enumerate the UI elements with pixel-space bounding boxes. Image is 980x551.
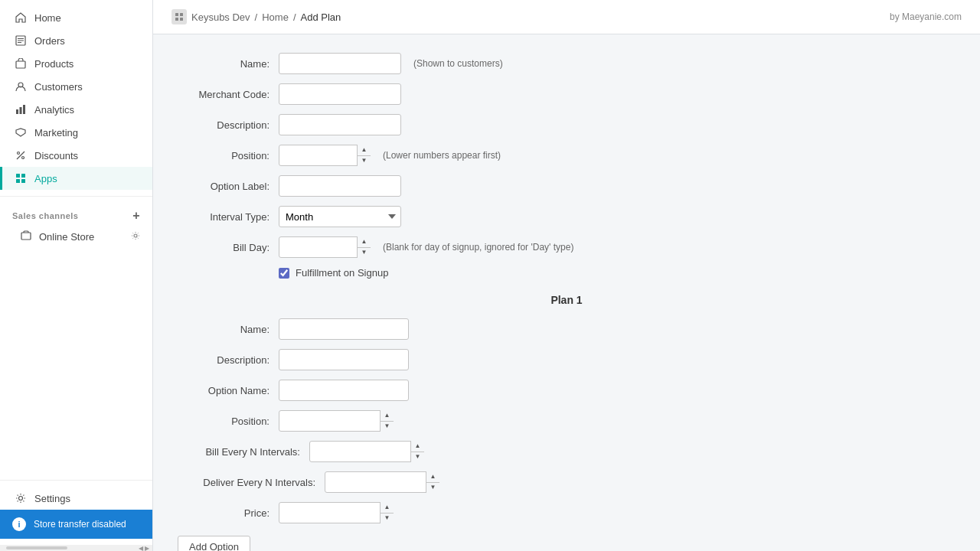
sidebar-item-home[interactable]: Home bbox=[0, 6, 152, 29]
sidebar-bottom: Settings i Store transfer disabled bbox=[0, 480, 152, 545]
deliver-every-input[interactable] bbox=[325, 471, 439, 493]
plan-option-name-label: Option Name: bbox=[178, 385, 270, 396]
sidebar-item-customers-label: Customers bbox=[34, 81, 83, 93]
sidebar-item-settings[interactable]: Settings bbox=[0, 487, 152, 510]
position-spinners: ▲ ▼ bbox=[357, 145, 371, 166]
plan-position-input[interactable] bbox=[279, 410, 394, 432]
sidebar-divider bbox=[0, 196, 152, 197]
breadcrumb: Keysubs Dev / Home / Add Plan bbox=[172, 9, 341, 24]
sales-channels-section: Sales channels + bbox=[0, 203, 152, 226]
bill-every-up-btn[interactable]: ▲ bbox=[411, 441, 424, 452]
name-hint: (Shown to customers) bbox=[413, 58, 503, 69]
online-store-settings-icon[interactable] bbox=[131, 231, 140, 243]
settings-label: Settings bbox=[34, 493, 70, 504]
position-down-btn[interactable]: ▼ bbox=[358, 156, 371, 167]
price-spinners: ▲ ▼ bbox=[380, 502, 394, 523]
topbar: Keysubs Dev / Home / Add Plan by Maeyani… bbox=[153, 0, 980, 34]
merchant-code-input[interactable] bbox=[279, 83, 401, 105]
sidebar-item-analytics-label: Analytics bbox=[34, 104, 74, 116]
online-store-icon bbox=[21, 230, 31, 243]
sidebar-scrollbar[interactable]: ◀ ▶ bbox=[0, 545, 152, 551]
bill-day-up-btn[interactable]: ▲ bbox=[358, 236, 371, 248]
bill-day-hint: (Blank for day of signup, ignored for 'D… bbox=[383, 242, 573, 253]
plan-position-row: Position: ▲ ▼ bbox=[178, 410, 956, 432]
orders-icon bbox=[15, 34, 27, 47]
buttons-row: Add Option bbox=[178, 536, 956, 551]
plan-option-name-input[interactable] bbox=[279, 380, 409, 401]
sidebar-item-marketing[interactable]: Marketing bbox=[0, 121, 152, 144]
sidebar-item-customers[interactable]: Customers bbox=[0, 75, 152, 98]
svg-rect-15 bbox=[21, 179, 25, 183]
fulfillment-checkbox[interactable] bbox=[279, 268, 289, 279]
option-label-input[interactable] bbox=[279, 175, 401, 197]
bill-every-row: Bill Every N Intervals: ▲ ▼ bbox=[178, 441, 956, 462]
bill-every-input[interactable] bbox=[309, 441, 424, 462]
position-row: Position: ▲ ▼ (Lower numbers appear firs… bbox=[178, 145, 956, 166]
breadcrumb-home[interactable]: Home bbox=[262, 11, 289, 23]
bill-every-label: Bill Every N Intervals: bbox=[178, 446, 300, 458]
plan-title: Plan 1 bbox=[178, 294, 956, 306]
option-label-label: Option Label: bbox=[178, 181, 270, 192]
content-area: Name: (Shown to customers) Merchant Code… bbox=[153, 34, 980, 551]
svg-rect-16 bbox=[21, 233, 31, 240]
sidebar-nav: Home Orders Products Customers Analytics bbox=[0, 0, 152, 480]
app-icon bbox=[172, 9, 187, 24]
sidebar-item-online-store[interactable]: Online Store bbox=[0, 226, 152, 248]
plan-section: Plan 1 Name: Description: Option Name: bbox=[178, 294, 956, 523]
breadcrumb-app-name[interactable]: Keysubs Dev bbox=[191, 11, 250, 23]
plan-position-down-btn[interactable]: ▼ bbox=[381, 422, 394, 432]
deliver-every-up-btn[interactable]: ▲ bbox=[426, 471, 439, 483]
sidebar-item-analytics[interactable]: Analytics bbox=[0, 98, 152, 121]
add-sales-channel-icon[interactable]: + bbox=[132, 209, 140, 223]
plan-name-label: Name: bbox=[178, 324, 270, 335]
interval-type-select[interactable]: Day Week Month Year bbox=[279, 206, 401, 227]
price-down-btn[interactable]: ▼ bbox=[381, 514, 394, 524]
price-spinner: ▲ ▼ bbox=[279, 502, 394, 523]
plan-position-label: Position: bbox=[178, 416, 270, 427]
position-hint: (Lower numbers appear first) bbox=[383, 150, 501, 161]
name-label: Name: bbox=[178, 58, 270, 70]
sidebar-item-orders[interactable]: Orders bbox=[0, 29, 152, 52]
bill-every-spinner: ▲ ▼ bbox=[309, 441, 424, 462]
deliver-every-label: Deliver Every N Intervals: bbox=[178, 477, 315, 488]
settings-icon bbox=[15, 492, 27, 504]
plan-position-up-btn[interactable]: ▲ bbox=[381, 410, 394, 422]
plan-name-input[interactable] bbox=[279, 318, 409, 340]
add-option-button[interactable]: Add Option bbox=[178, 536, 250, 551]
deliver-every-down-btn[interactable]: ▼ bbox=[426, 483, 439, 494]
svg-point-10 bbox=[22, 157, 24, 159]
svg-point-9 bbox=[18, 152, 20, 155]
interval-type-label: Interval Type: bbox=[178, 211, 270, 223]
plan-option-name-row: Option Name: bbox=[178, 380, 956, 401]
svg-point-18 bbox=[19, 497, 23, 500]
discounts-icon bbox=[15, 149, 27, 161]
sidebar-item-online-store-label: Online Store bbox=[39, 231, 94, 243]
price-label: Price: bbox=[178, 507, 270, 519]
bill-day-down-btn[interactable]: ▼ bbox=[358, 248, 371, 259]
price-up-btn[interactable]: ▲ bbox=[381, 502, 394, 514]
plan-position-spinners: ▲ ▼ bbox=[380, 410, 394, 432]
position-up-btn[interactable]: ▲ bbox=[358, 145, 371, 156]
breadcrumb-current: Add Plan bbox=[301, 11, 341, 23]
home-icon bbox=[15, 11, 27, 24]
sidebar-item-apps-label: Apps bbox=[34, 173, 57, 184]
marketing-icon bbox=[15, 126, 27, 139]
sidebar-item-apps[interactable]: Apps bbox=[0, 167, 152, 190]
sidebar-item-discounts[interactable]: Discounts bbox=[0, 144, 152, 167]
plan-description-input[interactable] bbox=[279, 349, 409, 370]
interval-type-row: Interval Type: Day Week Month Year bbox=[178, 206, 956, 227]
bill-every-down-btn[interactable]: ▼ bbox=[411, 452, 424, 463]
price-input[interactable] bbox=[279, 502, 394, 523]
position-label: Position: bbox=[178, 150, 270, 161]
header-right-text: by Maeyanie.com bbox=[890, 11, 962, 22]
sidebar-item-products[interactable]: Products bbox=[0, 52, 152, 75]
description-input[interactable] bbox=[279, 114, 401, 135]
main-form: Name: (Shown to customers) Merchant Code… bbox=[178, 53, 956, 551]
sidebar-item-discounts-label: Discounts bbox=[34, 150, 78, 161]
price-row: Price: ▲ ▼ bbox=[178, 502, 956, 523]
fulfillment-label: Fulfillment on Signup bbox=[296, 267, 388, 279]
svg-point-17 bbox=[134, 234, 137, 237]
name-input[interactable] bbox=[279, 53, 401, 74]
breadcrumb-sep2: / bbox=[293, 11, 296, 23]
store-transfer-label: Store transfer disabled bbox=[34, 519, 126, 530]
